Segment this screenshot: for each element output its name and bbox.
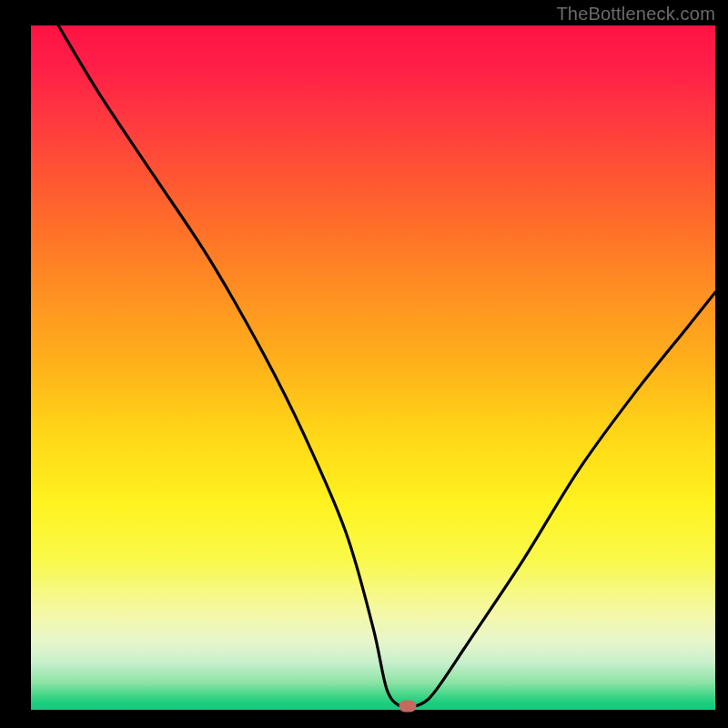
bottleneck-curve — [31, 25, 715, 710]
optimum-marker — [399, 701, 416, 713]
chart-stage: TheBottleneck.com — [0, 0, 728, 728]
plot-area — [31, 25, 715, 710]
source-watermark: TheBottleneck.com — [556, 4, 715, 25]
